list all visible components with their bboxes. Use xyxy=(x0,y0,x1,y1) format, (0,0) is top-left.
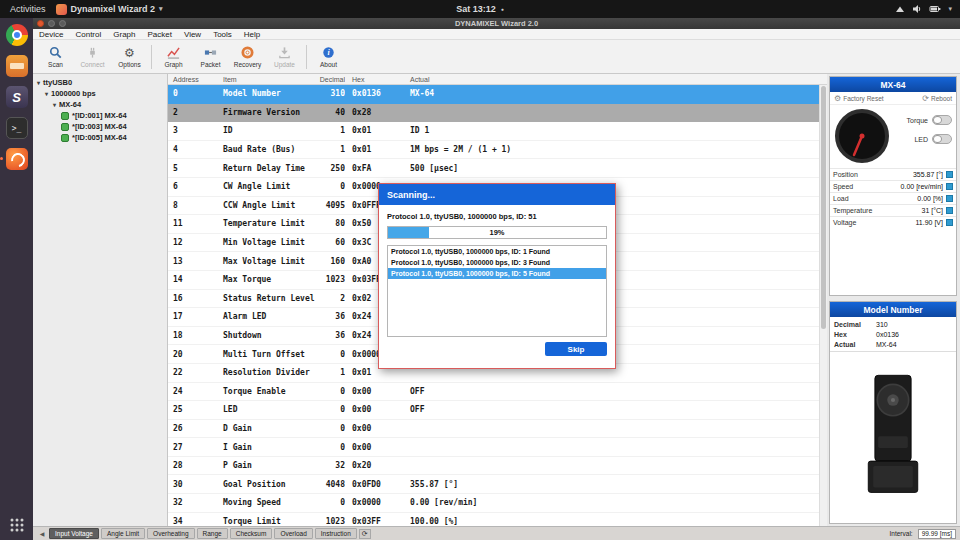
tree-device[interactable]: *[ID:005] MX-64 xyxy=(35,132,165,143)
options-button[interactable]: ⚙Options xyxy=(111,42,148,72)
tree-node-mx-64[interactable]: ▾MX-64 xyxy=(35,99,165,110)
statusbar-tab-range[interactable]: Range xyxy=(197,528,228,539)
stat-graph-button[interactable] xyxy=(946,183,953,190)
table-row[interactable]: 32Moving Speed00x00000.00 [rev/min] xyxy=(168,494,819,513)
statusbar-tab-angle-limit[interactable]: Angle Limit xyxy=(101,528,145,539)
menu-view[interactable]: View xyxy=(178,30,207,39)
tree-node-ttyusb0[interactable]: ▾ttyUSB0 xyxy=(35,77,165,88)
led-toggle[interactable] xyxy=(932,134,952,144)
menu-tools[interactable]: Tools xyxy=(207,30,238,39)
scan-progress-bar: 19% xyxy=(387,226,607,239)
table-row[interactable]: 30Goal Position40480x0FD0355.87 [°] xyxy=(168,475,819,494)
right-panel-column: MX-64 ⚙ Factory Reset ⟳ Reboot xyxy=(827,74,960,526)
cell-decimal: 60 xyxy=(315,238,345,247)
scan-results-list: Protocol 1.0, ttyUSB0, 1000000 bps, ID: … xyxy=(387,245,607,337)
table-row[interactable]: 28P Gain320x20 xyxy=(168,457,819,476)
scan-button[interactable]: Scan xyxy=(37,42,74,72)
window-titlebar[interactable]: DYNAMIXEL Wizard 2.0 xyxy=(33,18,960,29)
chrome-icon[interactable] xyxy=(5,23,29,47)
scan-status-text: Protocol 1.0, ttyUSB0, 1000000 bps, ID: … xyxy=(387,212,607,221)
skip-button[interactable]: Skip xyxy=(545,342,607,356)
table-row[interactable]: 26D Gain00x00 xyxy=(168,420,819,439)
clock[interactable]: Sat 13:12 xyxy=(456,4,496,14)
interval-field[interactable]: 99.99 [ms] xyxy=(918,529,956,539)
system-tray[interactable]: ▾ xyxy=(895,4,960,14)
table-row[interactable]: 0Model Number3100x0136MX-64 xyxy=(168,85,819,104)
table-row[interactable]: 4Baud Rate (Bus)10x011M bps = 2M / (1 + … xyxy=(168,141,819,160)
cell-item: Multi Turn Offset xyxy=(218,350,315,359)
torque-label: Torque xyxy=(907,117,928,124)
cell-decimal: 1023 xyxy=(315,275,345,284)
statusbar-tab-checksum[interactable]: Checksum xyxy=(230,528,273,539)
table-row[interactable]: 3ID10x01ID 1 xyxy=(168,122,819,141)
scan-result-item[interactable]: Protocol 1.0, ttyUSB0, 1000000 bps, ID: … xyxy=(388,246,606,257)
table-row[interactable]: 25LED00x00OFF xyxy=(168,401,819,420)
factory-reset-button[interactable]: ⚙ Factory Reset xyxy=(834,94,884,103)
toolbar-separator xyxy=(151,45,152,69)
table-row[interactable]: 24Torque Enable00x00OFF xyxy=(168,383,819,402)
col-header-hex: Hex xyxy=(345,76,401,83)
statusbar-tab-input-voltage[interactable]: Input Voltage xyxy=(49,528,99,539)
cell-item: Moving Speed xyxy=(218,498,315,507)
statusbar-tab-instruction[interactable]: Instruction xyxy=(315,528,357,539)
cell-item: Firmware Version xyxy=(218,108,315,117)
device-stats: Position355.87 [°]Speed0.00 [rev/min]Loa… xyxy=(830,168,956,228)
show-applications-button[interactable] xyxy=(8,516,26,534)
scrollbar-thumb[interactable] xyxy=(821,86,826,329)
tab-scroll-left-button[interactable]: ◀ xyxy=(37,530,47,537)
dynamixel-wizard-icon[interactable] xyxy=(5,147,29,171)
s-app-icon[interactable]: S xyxy=(5,85,29,109)
files-icon[interactable] xyxy=(5,54,29,78)
stat-row-speed: Speed0.00 [rev/min] xyxy=(830,180,956,192)
stat-graph-button[interactable] xyxy=(946,171,953,178)
stat-graph-button[interactable] xyxy=(946,207,953,214)
tree-node-1000000-bps[interactable]: ▾1000000 bps xyxy=(35,88,165,99)
packet-button[interactable]: Packet xyxy=(192,42,229,72)
cell-hex: 0x0000 xyxy=(345,498,401,507)
terminal-icon[interactable]: >_ xyxy=(5,116,29,140)
menu-device[interactable]: Device xyxy=(33,30,69,39)
cell-item: I Gain xyxy=(218,443,315,452)
recovery-button[interactable]: Recovery xyxy=(229,42,266,72)
table-row[interactable]: 27I Gain00x00 xyxy=(168,438,819,457)
refresh-button[interactable]: ⟳ xyxy=(359,529,371,539)
scan-result-item[interactable]: Protocol 1.0, ttyUSB0, 1000000 bps, ID: … xyxy=(388,257,606,268)
menu-packet[interactable]: Packet xyxy=(141,30,177,39)
activities-button[interactable]: Activities xyxy=(0,4,56,14)
cell-hex: 0x00 xyxy=(345,424,401,433)
tree-device[interactable]: *[ID:001] MX-64 xyxy=(35,110,165,121)
update-button: Update xyxy=(266,42,303,72)
cell-address: 3 xyxy=(168,126,218,135)
reboot-label: Reboot xyxy=(931,95,952,102)
menu-control[interactable]: Control xyxy=(69,30,107,39)
cell-item: P Gain xyxy=(218,461,315,470)
table-row[interactable]: 5Return Delay Time2500xFA500 [μsec] xyxy=(168,159,819,178)
tree-device[interactable]: *[ID:003] MX-64 xyxy=(35,121,165,132)
cell-decimal: 32 xyxy=(315,461,345,470)
cell-item: D Gain xyxy=(218,424,315,433)
stat-label: Temperature xyxy=(833,207,872,214)
reboot-button[interactable]: ⟳ Reboot xyxy=(922,94,952,103)
about-button[interactable]: iAbout xyxy=(310,42,347,72)
stat-graph-button[interactable] xyxy=(946,195,953,202)
cell-item: Shutdown xyxy=(218,331,315,340)
table-row[interactable]: 34Torque Limit10230x03FF100.00 [%] xyxy=(168,513,819,526)
gear-icon: ⚙ xyxy=(124,46,135,60)
app-menu-button[interactable]: Dynamixel Wizard 2 ▾ xyxy=(56,4,163,15)
menu-graph[interactable]: Graph xyxy=(107,30,141,39)
menu-help[interactable]: Help xyxy=(238,30,266,39)
scan-result-item[interactable]: Protocol 1.0, ttyUSB0, 1000000 bps, ID: … xyxy=(388,268,606,279)
table-row[interactable]: 2Firmware Version400x28 xyxy=(168,104,819,123)
cell-address: 24 xyxy=(168,387,218,396)
table-scrollbar[interactable] xyxy=(819,85,827,526)
info-icon: i xyxy=(322,46,335,60)
torque-toggle[interactable] xyxy=(932,115,952,125)
stat-graph-button[interactable] xyxy=(946,219,953,226)
led-label: LED xyxy=(914,136,928,143)
graph-button[interactable]: Graph xyxy=(155,42,192,72)
cell-decimal: 0 xyxy=(315,498,345,507)
item-row-actual: ActualMX-64 xyxy=(830,339,956,349)
statusbar-tab-overload[interactable]: Overload xyxy=(274,528,312,539)
statusbar-tab-overheating[interactable]: Overheating xyxy=(147,528,194,539)
cell-item: Torque Enable xyxy=(218,387,315,396)
